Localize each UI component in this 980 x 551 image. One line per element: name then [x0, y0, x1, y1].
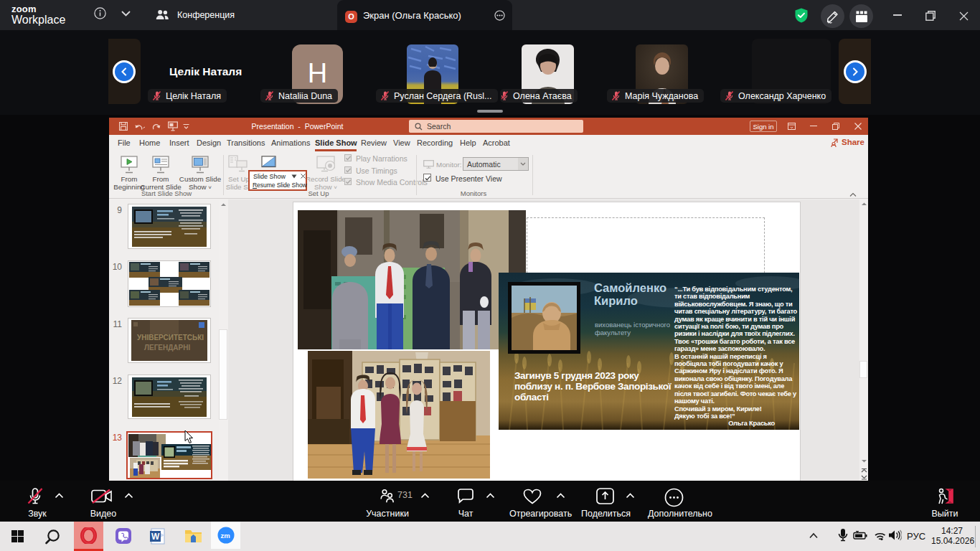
svg-text:ЛЕГЕНДАРНІ: ЛЕГЕНДАРНІ	[144, 344, 190, 352]
svg-text:zm: zm	[221, 532, 230, 540]
svg-text:W: W	[151, 532, 160, 542]
svg-text:УНІВЕРСИТЕТСЬКІ: УНІВЕРСИТЕТСЬКІ	[137, 334, 204, 342]
